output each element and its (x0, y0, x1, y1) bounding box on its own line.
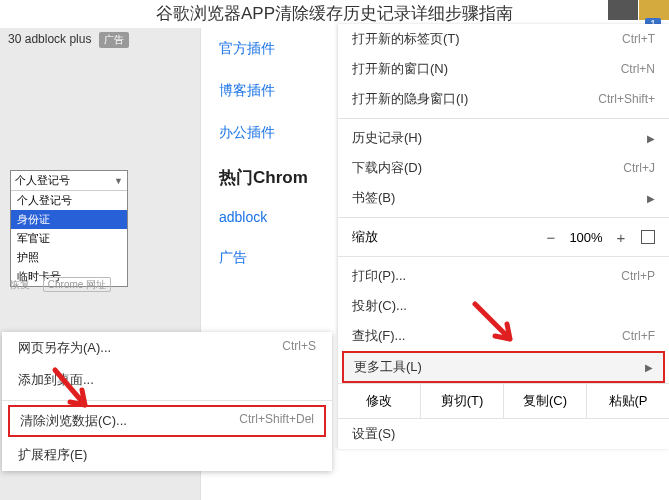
shortcut: Ctrl+Shift+Del (239, 412, 314, 430)
menu-label: 历史记录(H) (352, 129, 422, 147)
dropdown-option[interactable]: 个人登记号 (11, 191, 127, 210)
menu-find[interactable]: 查找(F)... Ctrl+F (338, 321, 669, 351)
menu-label: 设置(S) (352, 425, 395, 443)
chevron-right-icon: ▶ (637, 193, 655, 204)
minimize-button[interactable] (608, 0, 638, 20)
menu-label: 清除浏览数据(C)... (20, 412, 127, 430)
maximize-button[interactable] (639, 0, 669, 20)
fullscreen-icon[interactable] (641, 230, 655, 244)
menu-new-tab[interactable]: 打开新的标签页(T) Ctrl+T (338, 24, 669, 54)
menu-print[interactable]: 打印(P)... Ctrl+P (338, 261, 669, 291)
link-office-plugins[interactable]: 办公插件 (201, 112, 338, 154)
menu-label: 投射(C)... (352, 297, 407, 315)
menu-copy[interactable]: 复制(C) (504, 384, 587, 418)
shortcut: Ctrl+Shift+ (598, 92, 655, 106)
menu-paste[interactable]: 粘贴(P (587, 384, 669, 418)
menu-settings[interactable]: 设置(S) (338, 419, 669, 449)
zoom-out-button[interactable]: − (539, 229, 563, 246)
shortcut: Ctrl+F (622, 329, 655, 343)
menu-label: 书签(B) (352, 189, 395, 207)
dropdown-head[interactable]: 个人登记号 ▼ (11, 171, 127, 191)
link-adblock[interactable]: adblock (201, 197, 338, 237)
extension-name: adblock plus (25, 32, 92, 46)
menu-label: 更多工具(L) (354, 358, 422, 376)
menu-separator (338, 217, 669, 218)
menu-zoom: 缩放 − 100% + (338, 222, 669, 252)
chrome-tag: Chrome 网址 (43, 277, 111, 292)
dropdown-option[interactable]: 护照 (11, 248, 127, 267)
zoom-label: 缩放 (352, 228, 539, 246)
chevron-right-icon: ▶ (637, 133, 655, 144)
chrome-main-menu: 打开新的标签页(T) Ctrl+T 打开新的窗口(N) Ctrl+N 打开新的隐… (338, 24, 669, 449)
menu-label: 扩展程序(E) (18, 446, 87, 464)
zoom-value: 100% (563, 230, 609, 245)
submenu-extensions[interactable]: 扩展程序(E) (2, 439, 332, 471)
menu-new-window[interactable]: 打开新的窗口(N) Ctrl+N (338, 54, 669, 84)
chevron-down-icon: ▼ (114, 176, 123, 186)
submenu-clear-data[interactable]: 清除浏览数据(C)... Ctrl+Shift+Del (8, 405, 326, 437)
row-number: 30 (8, 32, 21, 46)
submenu-add-desktop[interactable]: 添加到桌面... (2, 364, 332, 396)
link-ads[interactable]: 广告 (201, 237, 338, 279)
page-title: 谷歌浏览器APP清除缓存历史记录详细步骤指南 (0, 0, 669, 24)
edit-label: 修改 (338, 384, 421, 418)
dropdown-option[interactable]: 身份证 (11, 210, 127, 229)
menu-bookmarks[interactable]: 书签(B) ▶ (338, 183, 669, 213)
submenu-save-as[interactable]: 网页另存为(A)... Ctrl+S (2, 332, 332, 364)
menu-label: 查找(F)... (352, 327, 405, 345)
popular-heading: 热门Chrom (201, 154, 338, 197)
window-buttons (607, 0, 669, 20)
menu-label: 打开新的窗口(N) (352, 60, 448, 78)
shortcut: Ctrl+S (282, 339, 316, 357)
id-type-dropdown[interactable]: 个人登记号 ▼ 个人登记号 身份证 军官证 护照 临时卡号 (10, 170, 128, 287)
more-tools-submenu: 网页另存为(A)... Ctrl+S 添加到桌面... 清除浏览数据(C)...… (2, 332, 332, 471)
menu-edit-row: 修改 剪切(T) 复制(C) 粘贴(P (338, 383, 669, 419)
menu-label: 打开新的标签页(T) (352, 30, 460, 48)
menu-history[interactable]: 历史记录(H) ▶ (338, 123, 669, 153)
menu-label: 下载内容(D) (352, 159, 422, 177)
menu-incognito[interactable]: 打开新的隐身窗口(I) Ctrl+Shift+ (338, 84, 669, 114)
dropdown-option[interactable]: 军官证 (11, 229, 127, 248)
menu-label: 打开新的隐身窗口(I) (352, 90, 468, 108)
menu-label: 网页另存为(A)... (18, 339, 111, 357)
footer-labels: 恢复 Chrome 网址 (10, 278, 121, 292)
menu-separator (338, 118, 669, 119)
menu-more-tools[interactable]: 更多工具(L) ▶ (342, 351, 665, 383)
shortcut: Ctrl+J (623, 161, 655, 175)
shortcut: Ctrl+T (622, 32, 655, 46)
link-official-plugins[interactable]: 官方插件 (201, 28, 338, 70)
zoom-in-button[interactable]: + (609, 229, 633, 246)
restore-label[interactable]: 恢复 (10, 279, 30, 290)
extension-row: 30 adblock plus 广告 (0, 28, 200, 52)
ad-tag: 广告 (99, 32, 129, 48)
shortcut: Ctrl+P (621, 269, 655, 283)
menu-label: 添加到桌面... (18, 371, 94, 389)
shortcut: Ctrl+N (621, 62, 655, 76)
link-blog-plugins[interactable]: 博客插件 (201, 70, 338, 112)
dropdown-label: 个人登记号 (15, 173, 70, 188)
menu-cast[interactable]: 投射(C)... (338, 291, 669, 321)
menu-label: 打印(P)... (352, 267, 406, 285)
chevron-right-icon: ▶ (635, 362, 653, 373)
menu-cut[interactable]: 剪切(T) (421, 384, 504, 418)
menu-separator (2, 400, 332, 401)
menu-separator (338, 256, 669, 257)
menu-downloads[interactable]: 下载内容(D) Ctrl+J (338, 153, 669, 183)
